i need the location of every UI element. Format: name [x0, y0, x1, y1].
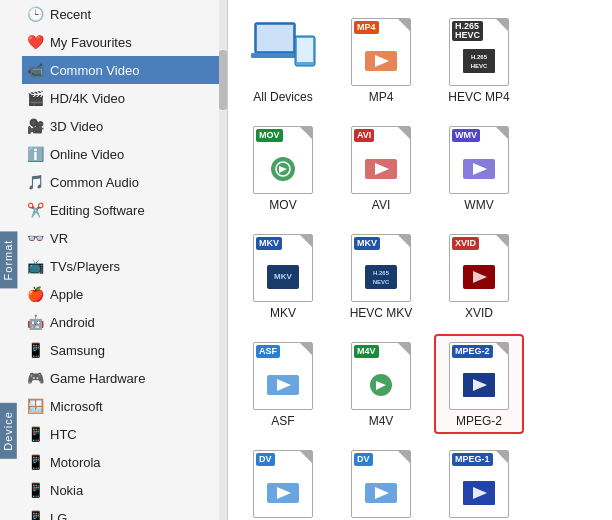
- sidebar-label-htc: HTC: [50, 427, 77, 442]
- format-label-asf: ASF: [271, 414, 294, 428]
- format-thumb-asf: ASF: [247, 340, 319, 412]
- sidebar-label-my-favourites: My Favourites: [50, 35, 132, 50]
- sidebar-label-recent: Recent: [50, 7, 91, 22]
- svg-text:MKV: MKV: [274, 272, 292, 281]
- format-item-mpeg-1[interactable]: MPEG-1 MPEG-1: [434, 442, 524, 520]
- recent-icon: 🕒: [26, 5, 44, 23]
- hd-4k-video-icon: 🎬: [26, 89, 44, 107]
- format-thumb-all-devices: [247, 16, 319, 88]
- format-item-mpeg-2[interactable]: MPEG-2 MPEG-2: [434, 334, 524, 434]
- sidebar-item-recent[interactable]: 🕒Recent: [22, 0, 227, 28]
- sidebar-item-tvs-players[interactable]: 📺TVs/Players: [22, 252, 227, 280]
- sidebar-label-lg: LG: [50, 511, 67, 521]
- sidebar-label-nokia: Nokia: [50, 483, 83, 498]
- svg-rect-2: [251, 53, 299, 58]
- sidebar-scrollbar[interactable]: [219, 0, 227, 520]
- sidebar-label-tvs-players: TVs/Players: [50, 259, 120, 274]
- android-icon: 🤖: [26, 313, 44, 331]
- format-label-hevc-mp4: HEVC MP4: [448, 90, 509, 104]
- format-item-dv-ntsc[interactable]: DV DV-NTSC: [238, 442, 328, 520]
- sidebar-item-android[interactable]: 🤖Android: [22, 308, 227, 336]
- sidebar-item-microsoft[interactable]: 🪟Microsoft: [22, 392, 227, 420]
- sidebar-item-common-audio[interactable]: 🎵Common Audio: [22, 168, 227, 196]
- format-label-wmv: WMV: [464, 198, 493, 212]
- format-item-avi[interactable]: AVI AVI: [336, 118, 426, 218]
- format-thumb-mov: MOV: [247, 124, 319, 196]
- format-item-all-devices[interactable]: All Devices: [238, 10, 328, 110]
- sidebar-item-vr[interactable]: 👓VR: [22, 224, 227, 252]
- vr-icon: 👓: [26, 229, 44, 247]
- sidebar-label-editing-software: Editing Software: [50, 203, 145, 218]
- sidebar-item-my-favourites[interactable]: ❤️My Favourites: [22, 28, 227, 56]
- sidebar-label-microsoft: Microsoft: [50, 399, 103, 414]
- format-label-mpeg-2: MPEG-2: [456, 414, 502, 428]
- sidebar-item-hd-4k-video[interactable]: 🎬HD/4K Video: [22, 84, 227, 112]
- format-item-hevc-mp4[interactable]: H.265HEVC H.265 HEVC HEVC MP4: [434, 10, 524, 110]
- format-label-hevc-mkv: HEVC MKV: [350, 306, 413, 320]
- format-thumb-dv-pal: DV: [345, 448, 417, 520]
- format-thumb-mkv: MKV MKV: [247, 232, 319, 304]
- htc-icon: 📱: [26, 425, 44, 443]
- common-audio-icon: 🎵: [26, 173, 44, 191]
- format-item-m4v[interactable]: M4V M4V: [336, 334, 426, 434]
- sidebar-label-common-video: Common Video: [50, 63, 139, 78]
- format-thumb-mp4: MP4: [345, 16, 417, 88]
- game-hardware-icon: 🎮: [26, 369, 44, 387]
- format-thumb-avi: AVI: [345, 124, 417, 196]
- sidebar-item-game-hardware[interactable]: 🎮Game Hardware: [22, 364, 227, 392]
- sidebar: 🕒Recent❤️My Favourites📹Common Video🎬HD/4…: [0, 0, 227, 520]
- samsung-icon: 📱: [26, 341, 44, 359]
- format-thumb-m4v: M4V: [345, 340, 417, 412]
- svg-rect-1: [257, 25, 293, 51]
- svg-text:H.265: H.265: [373, 270, 390, 276]
- sidebar-item-nokia[interactable]: 📱Nokia: [22, 476, 227, 504]
- format-label-mkv: MKV: [270, 306, 296, 320]
- format-thumb-mpeg-2: MPEG-2: [443, 340, 515, 412]
- format-item-hevc-mkv[interactable]: MKV H.265 NEVC HEVC MKV: [336, 226, 426, 326]
- format-item-xvid[interactable]: XVID XVID: [434, 226, 524, 326]
- sidebar-item-htc[interactable]: 📱HTC: [22, 420, 227, 448]
- svg-rect-7: [463, 49, 495, 73]
- format-label-all-devices: All Devices: [253, 90, 312, 104]
- sidebar-label-game-hardware: Game Hardware: [50, 371, 145, 386]
- sidebar-item-editing-software[interactable]: ✂️Editing Software: [22, 196, 227, 224]
- format-item-dv-pal[interactable]: DV DV-PAL: [336, 442, 426, 520]
- common-video-icon: 📹: [26, 61, 44, 79]
- sidebar-item-common-video[interactable]: 📹Common Video: [22, 56, 227, 84]
- format-label-m4v: M4V: [369, 414, 394, 428]
- sidebar-item-3d-video[interactable]: 🎥3D Video: [22, 112, 227, 140]
- nokia-icon: 📱: [26, 481, 44, 499]
- sidebar-item-online-video[interactable]: ℹ️Online Video: [22, 140, 227, 168]
- format-item-asf[interactable]: ASF ASF: [238, 334, 328, 434]
- sidebar-label-vr: VR: [50, 231, 68, 246]
- sidebar-item-apple[interactable]: 🍎Apple: [22, 280, 227, 308]
- sidebar-label-common-audio: Common Audio: [50, 175, 139, 190]
- lg-icon: 📱: [26, 509, 44, 520]
- format-item-wmv[interactable]: WMV WMV: [434, 118, 524, 218]
- my-favourites-icon: ❤️: [26, 33, 44, 51]
- svg-text:NEVC: NEVC: [373, 279, 390, 285]
- tvs-players-icon: 📺: [26, 257, 44, 275]
- format-item-mov[interactable]: MOV MOV: [238, 118, 328, 218]
- microsoft-icon: 🪟: [26, 397, 44, 415]
- sidebar-label-hd-4k-video: HD/4K Video: [50, 91, 125, 106]
- sidebar-item-samsung[interactable]: 📱Samsung: [22, 336, 227, 364]
- device-tab[interactable]: Device: [0, 403, 17, 459]
- format-thumb-hevc-mkv: MKV H.265 NEVC: [345, 232, 417, 304]
- sidebar-label-apple: Apple: [50, 287, 83, 302]
- format-label-xvid: XVID: [465, 306, 493, 320]
- sidebar-label-3d-video: 3D Video: [50, 119, 103, 134]
- format-thumb-hevc-mp4: H.265HEVC H.265 HEVC: [443, 16, 515, 88]
- format-item-mp4[interactable]: MP4 MP4: [336, 10, 426, 110]
- format-item-mkv[interactable]: MKV MKV MKV: [238, 226, 328, 326]
- format-label-avi: AVI: [372, 198, 390, 212]
- format-tab[interactable]: Format: [0, 232, 17, 289]
- editing-software-icon: ✂️: [26, 201, 44, 219]
- apple-icon: 🍎: [26, 285, 44, 303]
- sidebar-label-samsung: Samsung: [50, 343, 105, 358]
- format-label-mp4: MP4: [369, 90, 394, 104]
- sidebar-item-motorola[interactable]: 📱Motorola: [22, 448, 227, 476]
- format-label-mov: MOV: [269, 198, 296, 212]
- sidebar-item-lg[interactable]: 📱LG: [22, 504, 227, 520]
- format-thumb-wmv: WMV: [443, 124, 515, 196]
